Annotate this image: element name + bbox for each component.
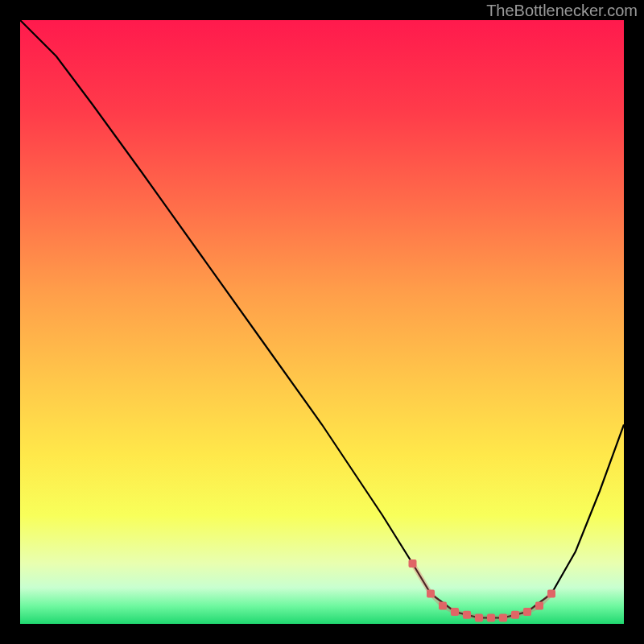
optimal-marker (439, 602, 447, 610)
optimal-marker (523, 608, 531, 616)
optimal-marker (409, 559, 417, 568)
optimal-marker (487, 614, 495, 622)
svg-line-11 (413, 564, 431, 594)
watermark-text: TheBottlenecker.com (486, 2, 638, 20)
curve-layer (20, 20, 624, 624)
optimal-marker (535, 602, 543, 610)
optimal-marker-group (409, 559, 556, 622)
optimal-marker (451, 608, 459, 616)
optimal-marker (511, 611, 519, 619)
optimal-marker (499, 614, 507, 622)
optimal-marker (463, 611, 471, 619)
chart-container (20, 20, 624, 624)
optimal-marker (547, 590, 555, 598)
optimal-marker (475, 614, 483, 622)
bottleneck-curve (20, 20, 624, 618)
optimal-marker (427, 590, 435, 598)
